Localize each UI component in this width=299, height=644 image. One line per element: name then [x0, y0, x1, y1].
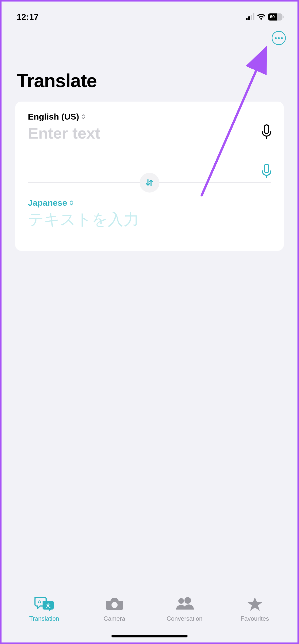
battery-level: 60	[268, 13, 277, 21]
target-microphone-button[interactable]	[261, 164, 272, 180]
tab-label: Conversation	[167, 615, 202, 622]
home-indicator[interactable]	[111, 635, 188, 637]
status-indicators: 60	[246, 13, 282, 21]
svg-rect-1	[264, 125, 269, 134]
tab-conversation[interactable]: Conversation	[159, 595, 210, 622]
chevron-updown-icon	[81, 114, 86, 120]
battery-icon: 60	[268, 13, 282, 21]
tab-label: Favourites	[240, 615, 269, 622]
status-time: 12:17	[17, 12, 39, 22]
header: Translate	[2, 27, 297, 99]
target-language-label: Japanese	[28, 198, 67, 208]
svg-rect-3	[264, 164, 269, 173]
target-text-input[interactable]: テキストを入力	[28, 211, 271, 228]
target-language-selector[interactable]: Japanese	[28, 198, 271, 208]
svg-point-0	[260, 18, 262, 20]
chevron-updown-icon	[69, 200, 74, 206]
translate-card: English (US) Enter text	[15, 102, 284, 251]
source-microphone-button[interactable]	[261, 124, 272, 141]
svg-text:文: 文	[45, 602, 51, 608]
wifi-icon	[257, 13, 266, 21]
star-icon	[247, 595, 263, 613]
language-divider	[28, 182, 271, 183]
more-options-button[interactable]	[272, 31, 286, 45]
microphone-icon	[261, 164, 272, 179]
tab-translation[interactable]: A 文 Translation	[19, 595, 70, 622]
svg-point-8	[111, 602, 118, 608]
microphone-icon	[261, 124, 272, 140]
swap-arrows-icon	[144, 178, 155, 188]
translation-icon: A 文	[33, 595, 55, 613]
status-bar: 12:17 60	[2, 2, 297, 27]
svg-text:A: A	[38, 599, 41, 604]
camera-icon	[105, 595, 124, 613]
svg-point-9	[178, 598, 184, 604]
tab-label: Translation	[29, 615, 59, 622]
tab-label: Camera	[104, 615, 125, 622]
tab-camera[interactable]: Camera	[89, 595, 140, 622]
conversation-icon	[175, 595, 195, 613]
source-language-selector[interactable]: English (US)	[28, 112, 271, 122]
ellipsis-icon	[275, 37, 277, 39]
svg-point-10	[184, 597, 191, 604]
swap-languages-button[interactable]	[140, 173, 159, 193]
page-title: Translate	[17, 50, 282, 99]
tab-favourites[interactable]: Favourites	[230, 595, 280, 622]
cellular-signal-icon	[246, 14, 254, 20]
app-screen: 12:17 60 Translate	[2, 2, 297, 642]
source-language-label: English (US)	[28, 112, 79, 122]
source-text-input[interactable]: Enter text	[28, 125, 271, 142]
